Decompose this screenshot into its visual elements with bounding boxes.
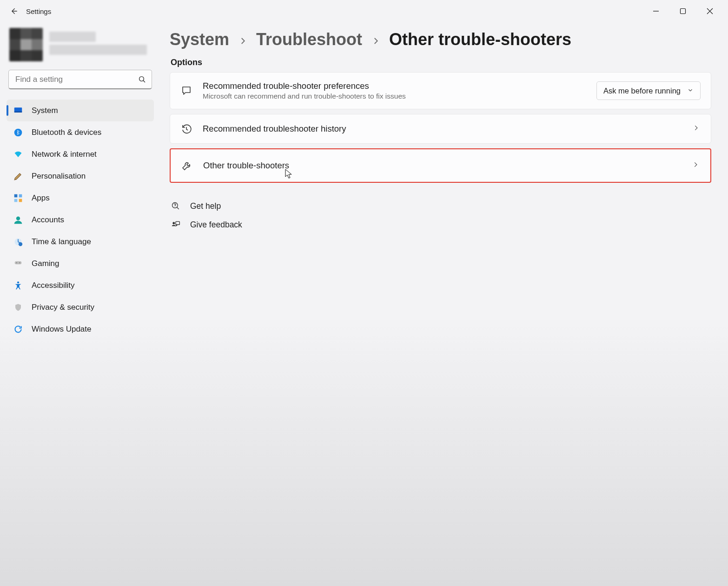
- breadcrumb-system[interactable]: System: [170, 30, 229, 49]
- svg-point-9: [16, 216, 20, 220]
- bluetooth-icon: [13, 127, 23, 138]
- svg-rect-5: [14, 194, 18, 197]
- sidebar: System Bluetooth & devices Network & int…: [0, 25, 160, 586]
- svg-point-18: [172, 222, 175, 224]
- card-other-troubleshooters[interactable]: Other trouble-shooters: [170, 148, 711, 183]
- help-link-label: Get help: [190, 201, 221, 211]
- apps-icon: [13, 193, 23, 203]
- svg-rect-19: [176, 221, 179, 225]
- chat-bubble-icon: [180, 85, 192, 97]
- preferences-dropdown[interactable]: Ask me before running: [596, 81, 701, 100]
- breadcrumb-current: Other trouble-shooters: [389, 30, 571, 49]
- help-icon: [171, 201, 181, 211]
- sidebar-item-label: System: [32, 106, 58, 115]
- wrench-icon: [181, 160, 193, 172]
- window-maximize-button[interactable]: [669, 2, 696, 20]
- svg-rect-8: [19, 199, 22, 202]
- row-subtitle: Microsoft can recommend and run trouble-…: [203, 92, 586, 100]
- close-icon: [707, 8, 713, 14]
- sidebar-item-network[interactable]: Network & internet: [7, 143, 154, 165]
- titlebar: Settings: [0, 0, 728, 22]
- chevron-right-icon: [691, 125, 701, 133]
- user-email: [49, 45, 147, 55]
- update-icon: [13, 324, 23, 334]
- back-button[interactable]: [5, 2, 23, 20]
- window-close-button[interactable]: [696, 2, 723, 20]
- user-account-header[interactable]: [7, 25, 154, 70]
- feedback-icon: [171, 220, 181, 229]
- main-content: System Troubleshoot Other trouble-shoote…: [160, 25, 728, 586]
- get-help-link[interactable]: Get help: [171, 197, 711, 215]
- svg-point-17: [175, 207, 175, 207]
- user-name: [49, 32, 96, 42]
- gamepad-icon: [13, 259, 23, 269]
- sidebar-item-label: Privacy & security: [32, 303, 94, 312]
- sidebar-item-bluetooth[interactable]: Bluetooth & devices: [7, 121, 154, 143]
- nav-list: System Bluetooth & devices Network & int…: [7, 100, 154, 340]
- dropdown-value: Ask me before running: [603, 87, 681, 95]
- accessibility-icon: [13, 280, 23, 291]
- svg-rect-7: [14, 199, 18, 202]
- sidebar-item-personalisation[interactable]: Personalisation: [7, 165, 154, 187]
- sidebar-item-privacy[interactable]: Privacy & security: [7, 296, 154, 318]
- svg-point-15: [17, 281, 19, 283]
- svg-point-1: [139, 77, 144, 81]
- window-title: Settings: [26, 7, 51, 15]
- sidebar-item-accounts[interactable]: Accounts: [7, 209, 154, 231]
- sidebar-item-apps[interactable]: Apps: [7, 187, 154, 209]
- svg-rect-12: [15, 261, 22, 264]
- display-icon: [13, 106, 23, 116]
- help-link-label: Give feedback: [190, 220, 242, 230]
- breadcrumb-troubleshoot[interactable]: Troubleshoot: [256, 30, 362, 49]
- svg-point-13: [16, 262, 17, 263]
- sidebar-item-accessibility[interactable]: Accessibility: [7, 274, 154, 296]
- search-setting: [8, 70, 152, 89]
- history-icon: [180, 123, 192, 135]
- svg-point-11: [19, 242, 22, 246]
- give-feedback-link[interactable]: Give feedback: [171, 215, 711, 234]
- svg-rect-6: [19, 194, 22, 197]
- row-title: Other trouble-shooters: [203, 160, 681, 171]
- person-icon: [13, 215, 23, 225]
- sidebar-item-windows-update[interactable]: Windows Update: [7, 318, 154, 340]
- row-title: Recommended troubleshooter history: [203, 124, 681, 134]
- shield-icon: [13, 302, 23, 313]
- section-title-options: Options: [171, 58, 711, 67]
- sidebar-item-system[interactable]: System: [7, 100, 154, 121]
- chevron-right-icon: [238, 30, 247, 49]
- card-troubleshooter-history[interactable]: Recommended troubleshooter history: [170, 114, 711, 144]
- sidebar-item-label: Accounts: [32, 215, 64, 225]
- minimize-icon: [653, 8, 659, 14]
- sidebar-item-label: Network & internet: [32, 150, 97, 159]
- sidebar-item-label: Personalisation: [32, 172, 86, 181]
- avatar: [9, 28, 43, 61]
- chevron-right-icon: [371, 30, 380, 49]
- sidebar-item-gaming[interactable]: Gaming: [7, 253, 154, 274]
- clock-globe-icon: [13, 237, 23, 247]
- svg-point-14: [19, 262, 20, 263]
- chevron-right-icon: [691, 161, 700, 170]
- wifi-icon: [13, 149, 23, 160]
- breadcrumb: System Troubleshoot Other trouble-shoote…: [170, 30, 711, 49]
- sidebar-item-label: Windows Update: [32, 325, 92, 334]
- row-title: Recommended trouble-shooter preferences: [203, 81, 586, 91]
- sidebar-item-time-language[interactable]: Time & language: [7, 231, 154, 253]
- sidebar-item-label: Time & language: [32, 237, 91, 246]
- maximize-icon: [680, 8, 686, 14]
- svg-point-4: [14, 128, 22, 136]
- search-icon: [138, 75, 146, 84]
- sidebar-item-label: Bluetooth & devices: [32, 128, 101, 137]
- sidebar-item-label: Gaming: [32, 259, 60, 268]
- svg-rect-0: [681, 9, 686, 14]
- sidebar-item-label: Accessibility: [32, 281, 75, 290]
- svg-rect-3: [14, 111, 22, 112]
- arrow-left-icon: [9, 7, 19, 16]
- chevron-down-icon: [687, 87, 694, 95]
- help-links: Get help Give feedback: [170, 197, 711, 234]
- paintbrush-icon: [13, 171, 23, 181]
- search-input[interactable]: [8, 70, 152, 89]
- window-controls: [642, 0, 723, 22]
- sidebar-item-label: Apps: [32, 193, 50, 203]
- card-troubleshooter-preferences: Recommended trouble-shooter preferences …: [170, 72, 711, 109]
- window-minimize-button[interactable]: [642, 2, 669, 20]
